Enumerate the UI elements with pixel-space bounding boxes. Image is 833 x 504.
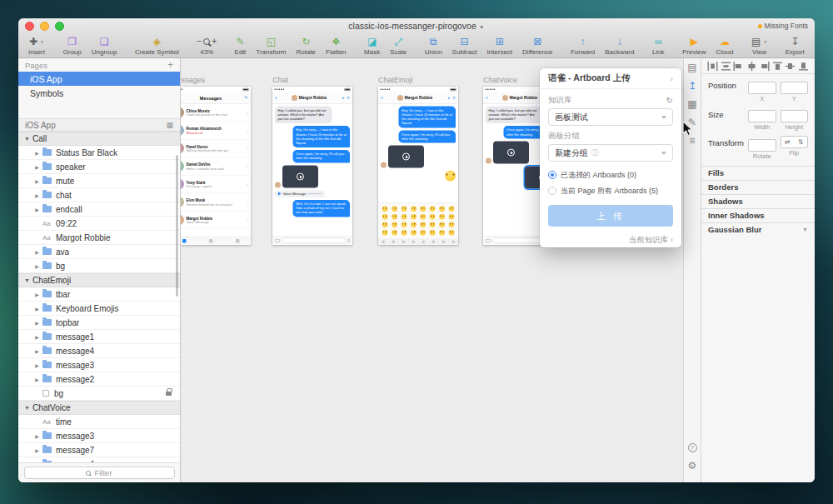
emoji-key[interactable]: [392, 222, 397, 227]
artboard-messages[interactable]: Messages✎CChloe MoretzI sent the picture…: [181, 87, 251, 245]
help-icon[interactable]: ?: [688, 443, 697, 452]
align-right-icon[interactable]: [759, 62, 770, 71]
keyboard-category-icon[interactable]: [392, 240, 395, 243]
position-x-input[interactable]: [748, 82, 776, 94]
layer-chatvoice[interactable]: ▼ChatVoice: [18, 401, 180, 415]
toolbar-create-symbol[interactable]: ◈Create Symbol: [135, 36, 179, 56]
disclosure-icon[interactable]: ▶: [33, 263, 41, 269]
layer-chat[interactable]: ▶chat: [18, 188, 180, 202]
toolbar-mask[interactable]: ◪Mask: [364, 36, 380, 56]
disclosure-icon[interactable]: ▶: [33, 348, 41, 354]
disclosure-open-icon[interactable]: ▼: [23, 136, 31, 142]
disclosure-icon[interactable]: ▶: [33, 150, 41, 156]
video-call-icon[interactable]: ▸: [448, 96, 450, 100]
layer-margot-robbie[interactable]: AaMargot Robbie: [18, 231, 180, 245]
artboard-title-messages[interactable]: Messages: [181, 76, 205, 84]
compose-icon[interactable]: ✎: [244, 95, 248, 101]
zoom-window-button[interactable]: [55, 22, 64, 31]
toolbar-rotate[interactable]: ↻Rotate: [297, 36, 317, 56]
layer-tbar[interactable]: ▶tbar: [18, 287, 180, 302]
layer-status-bar-black[interactable]: ▶Status Bar Black: [18, 146, 180, 160]
emoji-key[interactable]: [382, 222, 387, 227]
video-call-icon[interactable]: ▸: [342, 96, 344, 100]
toolbar-group[interactable]: ❐Group: [63, 36, 82, 56]
layer-message7[interactable]: ▶message7: [18, 443, 180, 457]
dialog-header[interactable]: 语雀 - Artboard 上传 ›: [540, 68, 681, 89]
disclosure-icon[interactable]: ▶: [33, 164, 41, 170]
layer-message2[interactable]: ▶message2: [18, 372, 180, 387]
disclosure-icon[interactable]: ▶: [33, 249, 41, 255]
radio-selected-artboards[interactable]: 已选择的 Artboards (0): [548, 168, 673, 182]
emoji-key[interactable]: [439, 230, 445, 236]
layer-ava[interactable]: ▶ava: [18, 245, 180, 259]
keyboard-category-icon[interactable]: [451, 240, 455, 243]
layer-endcall[interactable]: ▶endcall: [18, 202, 180, 217]
toolbar-transform[interactable]: ◱Transform: [256, 36, 286, 56]
emoji-key[interactable]: [392, 206, 397, 212]
toolbar-export[interactable]: ↧Export: [786, 36, 805, 56]
layer-keyboard-emojis[interactable]: ▶Keyboard Emojis: [18, 302, 180, 316]
emoji-key[interactable]: [439, 214, 445, 220]
layer-message3[interactable]: ▶message3: [18, 358, 180, 372]
artboard-title-chat[interactable]: Chat: [272, 76, 288, 84]
align-top-icon[interactable]: [772, 62, 783, 71]
inspector-section-borders[interactable]: Borders: [701, 180, 815, 194]
toolbar-scale[interactable]: ⤢Scale: [390, 36, 407, 56]
page-item-symbols[interactable]: Symbols: [18, 86, 180, 100]
size-width-input[interactable]: [748, 110, 776, 122]
emoji-key[interactable]: [449, 206, 455, 212]
toolbar-backward[interactable]: ↓Backward: [605, 36, 634, 56]
toolbar-view[interactable]: ▤▼View: [751, 36, 767, 56]
disclosure-icon[interactable]: ▶: [33, 334, 41, 340]
minimize-button[interactable]: [40, 22, 49, 31]
emoji-key[interactable]: [401, 230, 407, 236]
missing-fonts-badge[interactable]: Missing Fonts: [758, 22, 808, 30]
knowledge-base-select[interactable]: 画板测试: [548, 108, 673, 126]
emoji-key[interactable]: [401, 206, 407, 212]
emoji-key[interactable]: [382, 214, 387, 220]
camera-icon[interactable]: [275, 239, 280, 242]
layer-chatemoji[interactable]: ▼ChatEmoji: [18, 273, 180, 287]
disclosure-icon[interactable]: ▶: [33, 207, 41, 212]
disclosure-icon[interactable]: ▶: [33, 362, 41, 368]
emoji-key[interactable]: [382, 230, 387, 236]
filter-input[interactable]: Filter: [24, 467, 175, 479]
emoji-key[interactable]: [420, 206, 426, 212]
emoji-key[interactable]: [401, 222, 407, 227]
align-center-vertical-icon[interactable]: [785, 62, 796, 71]
chevron-right-icon[interactable]: ›: [670, 73, 673, 83]
disclosure-icon[interactable]: ▶: [33, 320, 41, 326]
flip-vertical-button[interactable]: ⇅: [798, 138, 804, 146]
toolbar-flatten[interactable]: ❖Flatten: [326, 36, 346, 56]
emoji-key[interactable]: [411, 214, 416, 220]
artboard-chatemoji[interactable]: ‹Margot Robbie▸✆Hey, I'm sorry ... I was…: [378, 87, 458, 245]
layer-topbar[interactable]: ▶topbar: [18, 316, 180, 330]
disclosure-open-icon[interactable]: ▼: [23, 277, 31, 283]
layer-message3[interactable]: ▶message3: [18, 429, 180, 443]
close-button[interactable]: [25, 22, 34, 31]
emoji-key[interactable]: [420, 230, 426, 236]
call-icon[interactable]: ✆: [452, 96, 456, 100]
page-item-ios-app[interactable]: iOS App: [18, 72, 180, 86]
call-icon[interactable]: ✆: [347, 96, 350, 100]
add-page-button[interactable]: +: [167, 60, 173, 70]
emoji-key[interactable]: [411, 222, 416, 227]
layer-call[interactable]: ▼Call: [18, 132, 180, 146]
disclosure-icon[interactable]: ▶: [33, 447, 41, 453]
message-input[interactable]: [282, 238, 347, 244]
toolbar-ungroup[interactable]: ❏Ungroup: [92, 36, 117, 56]
emoji-key[interactable]: [449, 230, 455, 236]
emoji-key[interactable]: [430, 214, 436, 220]
inspector-section-fills[interactable]: Fills: [701, 166, 815, 180]
size-height-input[interactable]: [781, 110, 809, 122]
tab-contacts[interactable]: [209, 239, 213, 243]
emoji-key[interactable]: [430, 230, 436, 236]
artboards-icon[interactable]: ▦: [687, 99, 696, 109]
artboard-title-chatvoice[interactable]: ChatVoice: [483, 76, 517, 84]
disclosure-icon[interactable]: ▶: [33, 178, 41, 184]
conversation-row[interactable]: EElon MuskStickers helped me to convey i…: [181, 193, 251, 212]
zoom-in-button[interactable]: +: [212, 37, 217, 46]
toolbar-difference[interactable]: ⊠Difference: [522, 36, 552, 56]
layer-message1[interactable]: ▶message1: [18, 330, 180, 344]
back-icon[interactable]: ‹: [381, 95, 383, 102]
